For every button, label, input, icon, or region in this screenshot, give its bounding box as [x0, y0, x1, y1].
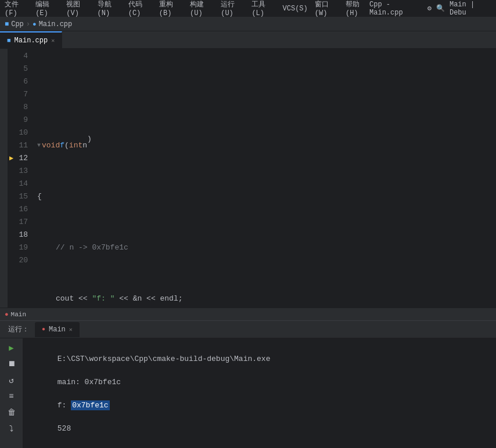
titlebar-project-file: Cpp - Main.cpp	[369, 1, 423, 17]
line-num-14: 14	[8, 178, 31, 190]
line-num-5: 5	[8, 63, 31, 75]
titlebar-menu-file[interactable]: 文件(F)	[5, 0, 28, 17]
titlebar-menu-help[interactable]: 帮助(H)	[346, 0, 369, 17]
code-line-4	[37, 88, 496, 101]
debug-indicator-bar: ● Main	[0, 308, 496, 320]
project-sidebar-gutter	[0, 49, 8, 308]
output-f-address[interactable]: 0x7bfe1c	[71, 400, 109, 410]
titlebar-menu-run[interactable]: 运行(U)	[221, 0, 245, 17]
tab-close-icon[interactable]: ✕	[51, 37, 55, 44]
titlebar-search-icon[interactable]: 🔍	[436, 4, 445, 13]
fold-icon-5[interactable]: ▼	[37, 139, 41, 152]
run-tab-dot-icon: ●	[42, 326, 45, 333]
titlebar-menu-tools[interactable]: 工具(L)	[251, 0, 275, 17]
code-line-8: cout << "f: " << &n << endl;	[37, 292, 496, 305]
output-528: 528	[57, 424, 71, 433]
titlebar-right: Cpp - Main.cpp ⚙ 🔍 Main | Debu	[369, 1, 491, 17]
breakpoint-label: Main	[11, 311, 26, 318]
titlebar-menu-code[interactable]: 代码(C)	[128, 0, 152, 17]
code-line-7: // n -> 0x7bfe1c	[37, 241, 496, 254]
breadcrumb-separator: ›	[26, 20, 30, 28]
line-num-15: 15	[8, 190, 31, 203]
titlebar-debug-label: Main | Debu	[450, 1, 491, 17]
run-tab-bar: 运行： ● Main ✕	[0, 321, 496, 338]
expand-button[interactable]: ⤵	[5, 422, 19, 436]
line-num-19: 19	[8, 241, 31, 254]
titlebar-menu-edit[interactable]: 编辑(E)	[35, 0, 59, 17]
stop-button[interactable]: ⏹	[5, 357, 19, 371]
titlebar-menu-window[interactable]: 窗口(W)	[315, 0, 339, 17]
line-num-7: 7	[8, 88, 31, 101]
line-num-13: 13	[8, 165, 31, 178]
titlebar: 文件(F) 编辑(E) 视图(V) 导航(N) 代码(C) 重构(B) 构建(U…	[0, 0, 496, 17]
clear-button[interactable]: 🗑	[5, 406, 19, 420]
titlebar-menu-vcs[interactable]: VCS(S)	[283, 5, 308, 13]
output-exe-path: E:\CST\workspace\Cpp\cmake-build-debug\M…	[57, 355, 271, 363]
titlebar-menu-navigate[interactable]: 导航(N)	[98, 0, 121, 17]
output-f-label: f:	[57, 401, 71, 410]
output-text: E:\CST\workspace\Cpp\cmake-build-debug\M…	[23, 338, 496, 448]
run-button[interactable]: ▶	[5, 341, 19, 355]
project-name[interactable]: Cpp	[11, 20, 24, 28]
code-line-5: ▼void f(int n)	[37, 139, 496, 152]
line-numbers: 4 5 6 7 8 9 10 11 ▶ 12 13 14 15 16 17 18…	[8, 49, 35, 308]
bottom-panel: 运行： ● Main ✕ ▶ ⏹ ↺ ≡ 🗑 ⤵ E:\CST\workspac…	[0, 320, 496, 448]
run-tab-label: Main	[49, 326, 66, 334]
rerun-button[interactable]: ↺	[5, 373, 19, 387]
run-tab-main[interactable]: ● Main ✕	[35, 322, 80, 337]
run-tab-close-icon[interactable]: ✕	[69, 326, 73, 333]
run-label: 运行：	[5, 323, 33, 335]
line-num-16: 16	[8, 203, 31, 216]
breadcrumb-bar: ■ Cpp › ● Main.cpp	[0, 17, 496, 31]
line-num-20: 20	[8, 254, 31, 267]
titlebar-menu-refactor[interactable]: 重构(B)	[159, 0, 183, 17]
code-line-6: {	[37, 190, 496, 203]
run-toolbar: ▶ ⏹ ↺ ≡ 🗑 ⤵	[0, 338, 23, 448]
project-icon: ■	[5, 20, 9, 28]
line-num-12: ▶ 12	[8, 152, 31, 165]
output-main-address-label: main: 0x7bfe1c	[57, 378, 121, 386]
titlebar-menu-view[interactable]: 视图(V)	[66, 0, 90, 17]
breadcrumb-filename[interactable]: Main.cpp	[39, 20, 73, 28]
breakpoint-icon: ●	[5, 311, 9, 318]
line-num-11: 11	[8, 139, 31, 152]
scroll-lock-button[interactable]: ≡	[5, 389, 19, 403]
titlebar-settings-icon[interactable]: ⚙	[427, 4, 432, 13]
code-editor[interactable]: ▼void f(int n) { // n -> 0x7bfe1c cout <…	[35, 49, 496, 308]
titlebar-left: 文件(F) 编辑(E) 视图(V) 导航(N) 代码(C) 重构(B) 构建(U…	[5, 0, 369, 17]
line-num-6: 6	[8, 75, 31, 88]
tab-file-icon: ■	[7, 37, 11, 44]
file-icon: ●	[33, 21, 37, 28]
line-num-9: 9	[8, 114, 31, 127]
output-area: ▶ ⏹ ↺ ≡ 🗑 ⤵ E:\CST\workspace\Cpp\cmake-b…	[0, 338, 496, 448]
line-num-18: 18	[8, 229, 31, 241]
titlebar-menu-build[interactable]: 构建(U)	[190, 0, 214, 17]
tab-bar: ■ Main.cpp ✕	[0, 31, 496, 49]
line-num-8: 8	[8, 101, 31, 114]
editor-section: 4 5 6 7 8 9 10 11 ▶ 12 13 14 15 16 17 18…	[0, 49, 496, 308]
tab-label: Main.cpp	[15, 37, 48, 45]
tab-main-cpp[interactable]: ■ Main.cpp ✕	[0, 31, 62, 49]
line-num-17: 17	[8, 216, 31, 229]
line-num-10: 10	[8, 127, 31, 139]
line-num-4: 4	[8, 50, 31, 63]
